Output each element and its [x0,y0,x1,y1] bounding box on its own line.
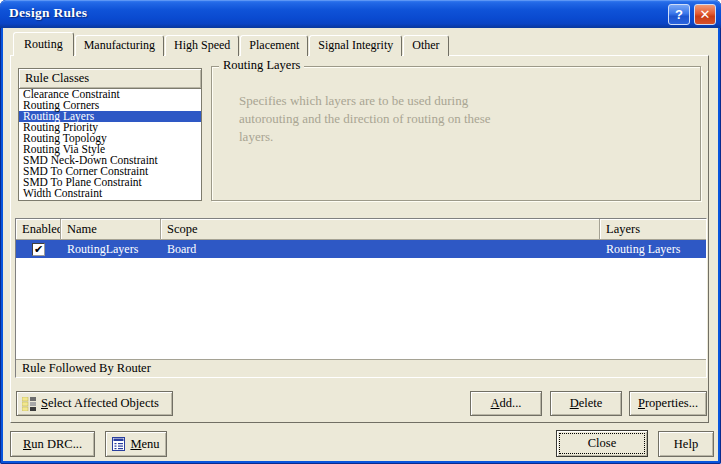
rule-classes-list: Clearance Constraint Routing Corners Rou… [19,89,201,199]
scope-cell: Board [161,242,600,257]
select-affected-objects-label: Select Affected Objects [41,396,159,411]
tab-other[interactable]: Other [403,35,448,56]
tab-manufacturing[interactable]: Manufacturing [75,35,164,56]
help-button[interactable]: Help [658,431,714,457]
routing-tab-page: Rule Classes Clearance Constraint Routin… [10,55,709,423]
rule-classes-listbox: Rule Classes Clearance Constraint Routin… [18,68,202,201]
close-glyph: ✕ [700,7,711,22]
table-empty-area [16,258,706,359]
properties-label: Properties... [638,396,698,411]
rule-description-line: Specifies which layers are to be used du… [239,92,599,110]
rule-class-item[interactable]: Width Constraint [19,188,201,199]
tab-signal-integrity[interactable]: Signal Integrity [309,35,402,56]
checkmark-icon: ✔ [34,244,43,255]
run-drc-button[interactable]: Run DRC... [10,431,95,457]
tab-high-speed[interactable]: High Speed [165,35,239,56]
rules-table-header: Enabled Name Scope Layers [16,219,706,240]
delete-button[interactable]: Delete [550,391,622,416]
menu-icon [112,437,125,451]
close-icon[interactable]: ✕ [694,4,716,25]
column-header-name[interactable]: Name [61,219,161,240]
column-header-scope[interactable]: Scope [161,219,600,240]
delete-label: Delete [570,396,603,411]
column-header-enabled[interactable]: Enabled [16,219,61,240]
help-icon[interactable]: ? [668,4,690,25]
properties-button[interactable]: Properties... [629,391,707,416]
name-cell: RoutingLayers [61,242,161,257]
groupbox-title: Routing Layers [219,58,304,73]
enabled-cell: ✔ [16,243,61,256]
design-rules-dialog: Design Rules ? ✕ Routing Manufacturing H… [0,0,721,464]
rule-status-bar: Rule Followed By Router [16,359,706,377]
menu-button[interactable]: Menu [105,431,167,457]
rule-classes-header: Rule Classes [19,69,201,89]
add-button[interactable]: Add... [470,391,542,416]
help-label: Help [674,437,698,452]
rule-description-groupbox: Routing Layers Specifies which layers ar… [211,66,701,201]
layers-cell: Routing Layers [600,242,706,257]
close-label: Close [588,436,616,451]
menu-label: Menu [130,437,159,452]
rule-description-line: layers. [239,128,599,146]
select-affected-objects-button[interactable]: Select Affected Objects [16,391,173,416]
close-button[interactable]: Close [556,430,648,457]
enabled-checkbox[interactable]: ✔ [32,243,45,256]
window-title: Design Rules [9,5,87,21]
select-objects-icon [22,397,36,411]
table-row[interactable]: ✔ RoutingLayers Board Routing Layers [16,240,706,258]
rule-description: Specifies which layers are to be used du… [239,92,599,146]
rule-description-line: autorouting and the direction of routing… [239,110,599,128]
run-drc-label: Run DRC... [23,437,82,452]
tab-strip: Routing Manufacturing High Speed Placeme… [13,32,450,56]
rules-table: Enabled Name Scope Layers ✔ RoutingLayer… [15,218,707,378]
add-label: Add... [491,396,522,411]
tab-placement[interactable]: Placement [240,35,308,56]
titlebar[interactable]: Design Rules ? ✕ [0,0,721,28]
column-header-layers[interactable]: Layers [600,219,706,240]
tab-routing[interactable]: Routing [13,32,74,56]
help-glyph: ? [675,7,683,22]
